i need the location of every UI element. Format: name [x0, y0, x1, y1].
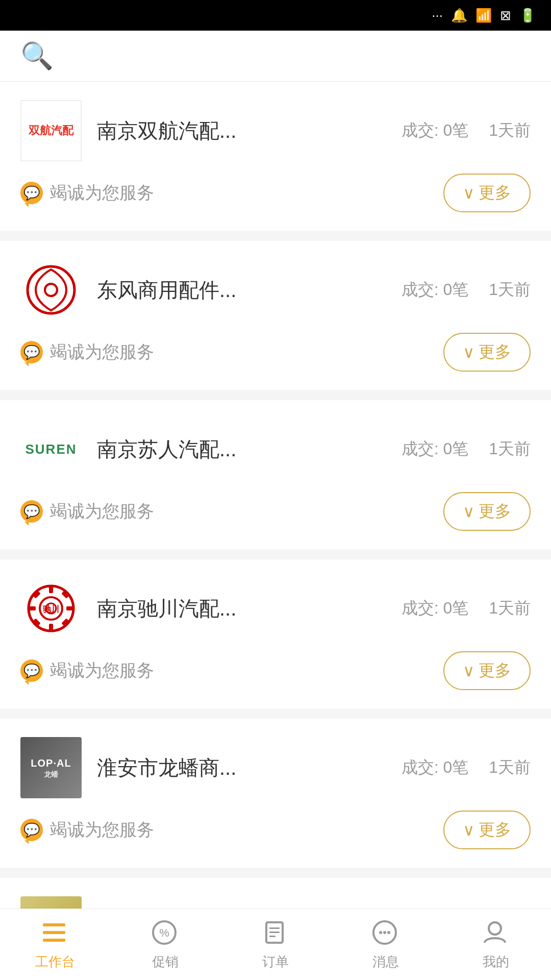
store-left: SUREN 南京苏人汽配... [20, 419, 236, 480]
chat-icon-lopal: 💬 [20, 819, 43, 841]
svg-rect-10 [61, 591, 69, 599]
store-deals-shuanghang: 成交: 0笔 [402, 119, 469, 142]
bottom-nav: 工作台 % 促销 订单 消息 我的 [0, 909, 551, 980]
chevron-down-icon: ∨ [463, 183, 474, 203]
store-left: 驰川 南京驰川汽配... [20, 578, 236, 639]
store-list: 双航汽配 南京双航汽配... 成交: 0笔 1天前 💬 竭诚为您服务 ∨ 更多 [0, 82, 551, 980]
svg-point-29 [383, 931, 386, 934]
store-item-dongfeng: 东风商用配件... 成交: 0笔 1天前 💬 竭诚为您服务 ∨ 更多 [0, 241, 551, 390]
chevron-down-icon: ∨ [463, 342, 474, 362]
store-meta-chichuan: 成交: 0笔 1天前 [402, 597, 531, 620]
store-bottom-row: 💬 竭诚为您服务 ∨ 更多 [20, 811, 531, 849]
svg-rect-7 [29, 606, 36, 610]
store-logo-dongfeng [20, 259, 82, 321]
service-text-shuanghang: 竭诚为您服务 [50, 181, 154, 205]
more-button-lopal[interactable]: ∨ 更多 [443, 811, 531, 849]
bell-icon: 🔔 [451, 8, 467, 23]
store-logo-suren: SUREN [20, 419, 82, 480]
status-bar: ··· 🔔 📶 ⊠ 🔋 [0, 0, 551, 31]
nav-item-mine[interactable]: 我的 [441, 918, 551, 971]
signal-icon: ··· [432, 8, 443, 23]
nav-item-promotion[interactable]: % 促销 [110, 918, 220, 971]
svg-rect-6 [49, 624, 53, 631]
store-top-row: 驰川 南京驰川汽配... 成交: 0笔 1天前 [20, 578, 531, 639]
store-service-dongfeng: 💬 竭诚为您服务 [20, 340, 154, 364]
nav-label-order: 订单 [262, 953, 289, 971]
chevron-down-icon: ∨ [463, 502, 474, 521]
svg-rect-11 [33, 618, 41, 626]
nav-item-order[interactable]: 订单 [220, 918, 331, 971]
service-text-chichuan: 竭诚为您服务 [50, 659, 154, 682]
svg-point-0 [28, 266, 74, 313]
nav-icon-message [370, 918, 401, 949]
nav-icon-promotion: % [150, 918, 181, 949]
chat-icon-dongfeng: 💬 [20, 341, 43, 363]
more-button-suren[interactable]: ∨ 更多 [443, 492, 531, 531]
svg-rect-9 [33, 591, 41, 599]
svg-rect-12 [61, 618, 69, 626]
store-deals-suren: 成交: 0笔 [402, 438, 469, 460]
service-text-suren: 竭诚为您服务 [50, 500, 154, 523]
store-time-shuanghang: 1天前 [489, 119, 531, 142]
nav-label-promotion: 促销 [152, 953, 179, 971]
svg-text:%: % [159, 926, 169, 939]
store-logo-lopal: LOP·AL 龙蟠 [20, 737, 82, 798]
store-logo-chichuan: 驰川 [20, 578, 82, 639]
svg-rect-25 [269, 932, 280, 933]
store-top-row: LOP·AL 龙蟠 淮安市龙蟠商... 成交: 0笔 1天前 [20, 737, 531, 798]
store-logo-shuanghang: 双航汽配 [20, 100, 82, 161]
store-meta-shuanghang: 成交: 0笔 1天前 [402, 119, 531, 142]
more-button-shuanghang[interactable]: ∨ 更多 [443, 174, 531, 212]
store-service-chichuan: 💬 竭诚为您服务 [20, 659, 154, 682]
search-icon[interactable]: 🔍 [20, 40, 54, 71]
svg-point-30 [387, 931, 390, 934]
store-item-suren: SUREN 南京苏人汽配... 成交: 0笔 1天前 💬 竭诚为您服务 ∨ 更多 [0, 400, 551, 549]
store-name-chichuan: 南京驰川汽配... [97, 595, 236, 623]
store-service-lopal: 💬 竭诚为您服务 [20, 818, 154, 842]
more-button-chichuan[interactable]: ∨ 更多 [443, 651, 531, 690]
header: 🔍 [0, 31, 551, 82]
chat-icon-suren: 💬 [20, 500, 43, 523]
store-bottom-row: 💬 竭诚为您服务 ∨ 更多 [20, 651, 531, 690]
store-bottom-row: 💬 竭诚为您服务 ∨ 更多 [20, 492, 531, 531]
store-item-chichuan: 驰川 南京驰川汽配... 成交: 0笔 1天前 💬 竭诚为您服务 ∨ 更多 [0, 559, 551, 708]
status-icons: ··· 🔔 📶 ⊠ 🔋 [432, 8, 536, 23]
store-left: 东风商用配件... [20, 259, 236, 321]
store-time-dongfeng: 1天前 [489, 279, 531, 301]
store-service-shuanghang: 💬 竭诚为您服务 [20, 181, 154, 205]
chevron-down-icon: ∨ [463, 820, 474, 840]
store-item-shuanghang: 双航汽配 南京双航汽配... 成交: 0笔 1天前 💬 竭诚为您服务 ∨ 更多 [0, 82, 551, 231]
store-time-chichuan: 1天前 [489, 597, 531, 620]
store-left: 双航汽配 南京双航汽配... [20, 100, 236, 161]
store-deals-dongfeng: 成交: 0笔 [402, 279, 469, 301]
store-deals-lopal: 成交: 0笔 [402, 756, 469, 779]
store-meta-suren: 成交: 0笔 1天前 [402, 438, 531, 460]
nav-icon-order [260, 918, 291, 949]
store-name-shuanghang: 南京双航汽配... [97, 117, 236, 145]
more-button-dongfeng[interactable]: ∨ 更多 [443, 333, 531, 372]
svg-rect-24 [269, 927, 280, 929]
chevron-down-icon: ∨ [463, 661, 474, 680]
svg-rect-19 [43, 931, 65, 934]
store-service-suren: 💬 竭诚为您服务 [20, 500, 154, 523]
nav-item-workbench[interactable]: 工作台 [0, 918, 110, 971]
wifi-icon: 📶 [475, 8, 492, 23]
nav-label-message: 消息 [372, 953, 399, 971]
svg-text:驰川: 驰川 [42, 605, 59, 614]
sim-icon: ⊠ [500, 8, 511, 23]
store-top-row: 双航汽配 南京双航汽配... 成交: 0笔 1天前 [20, 100, 531, 161]
store-name-lopal: 淮安市龙蟠商... [97, 754, 236, 782]
svg-rect-18 [43, 923, 65, 926]
svg-rect-26 [269, 936, 276, 937]
nav-item-message[interactable]: 消息 [331, 918, 441, 971]
svg-rect-20 [43, 939, 65, 942]
store-left: LOP·AL 龙蟠 淮安市龙蟠商... [20, 737, 236, 798]
nav-icon-mine [481, 918, 511, 949]
chat-icon-shuanghang: 💬 [20, 182, 43, 204]
store-name-suren: 南京苏人汽配... [97, 435, 236, 463]
store-deals-chichuan: 成交: 0笔 [402, 597, 469, 620]
nav-icon-workbench [40, 918, 70, 949]
svg-rect-8 [66, 606, 73, 610]
store-name-dongfeng: 东风商用配件... [97, 276, 236, 304]
store-meta-dongfeng: 成交: 0笔 1天前 [402, 279, 531, 301]
